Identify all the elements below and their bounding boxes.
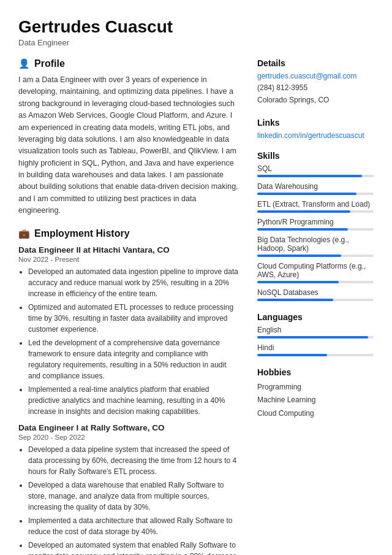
lang-label-hindi: Hindi — [257, 343, 374, 352]
skill-bar-fill-nosql — [257, 299, 333, 301]
profile-icon: 👤 — [18, 58, 30, 69]
hobby-cloud: Cloud Computing — [257, 407, 374, 421]
skill-cloud: Cloud Computing Platforms (e.g., AWS, Az… — [257, 262, 374, 283]
bullet: Implemented a data architecture that all… — [28, 515, 240, 537]
lang-bar-bg-english — [257, 336, 374, 339]
skill-etl: ETL (Extract, Transform and Load) — [257, 200, 374, 213]
job-entry-1: Data Engineer I at Rally Software, CO Se… — [18, 423, 240, 556]
bullet: Optimized and automated ETL processes to… — [28, 302, 240, 335]
skill-label-cloud: Cloud Computing Platforms (e.g., AWS, Az… — [257, 262, 374, 279]
skill-bar-bg-etl — [257, 210, 374, 213]
details-heading: Details — [257, 58, 374, 68]
skill-bar-fill-sql — [257, 175, 362, 177]
hobby-programming: Programming — [257, 381, 374, 394]
skill-bar-bg-python — [257, 228, 374, 231]
job-title-1: Data Engineer I at Rally Software, CO — [18, 423, 240, 432]
skill-bar-bg-bigdata — [257, 255, 374, 257]
skill-bar-fill-dw — [257, 193, 356, 195]
skill-bar-bg-nosql — [257, 299, 374, 301]
hobby-ml: Machine Learning — [257, 394, 374, 407]
skill-label-nosql: NoSQL Databases — [257, 288, 374, 297]
skill-bigdata: Big Data Technologies (e.g., Hadoop, Spa… — [257, 235, 374, 257]
bullet: Developed an automated system that enabl… — [28, 540, 240, 556]
skill-label-bigdata: Big Data Technologies (e.g., Hadoop, Spa… — [257, 235, 374, 253]
skill-label-sql: SQL — [257, 164, 374, 173]
lang-hindi: Hindi — [257, 343, 374, 356]
skills-heading: Skills — [257, 151, 374, 161]
linkedin-link[interactable]: linkedin.com/in/gertrudescuascut — [257, 131, 374, 140]
skill-python: Python/R Programming — [257, 218, 374, 231]
job-bullets-0: Developed an automated data ingestion pi… — [18, 266, 240, 417]
employment-icon: 💼 — [18, 228, 30, 239]
skill-bar-bg-cloud — [257, 281, 374, 283]
hobbies-list: Programming Machine Learning Cloud Compu… — [257, 381, 374, 421]
skill-bar-fill-etl — [257, 210, 350, 213]
email-link[interactable]: gertrudes.cuascut@gmail.com — [257, 72, 374, 80]
hobbies-heading: Hobbies — [257, 367, 374, 377]
bullet: Implemented a real-time analytics platfo… — [28, 384, 240, 417]
languages-heading: Languages — [257, 312, 374, 322]
profile-text: I am a Data Engineer with over 3 years o… — [18, 74, 240, 217]
skill-bar-bg-sql — [257, 175, 374, 177]
job-bullets-1: Developed a data pipeline system that in… — [18, 444, 240, 556]
skill-bar-fill-cloud — [257, 281, 339, 283]
left-column: 👤 Profile I am a Data Engineer with over… — [18, 58, 240, 555]
skill-bar-fill-bigdata — [257, 255, 341, 257]
job-date-1: Sep 2020 - Sep 2022 — [18, 434, 240, 441]
right-column: Details gertrudes.cuascut@gmail.com (284… — [257, 58, 374, 555]
languages-list: English Hindi — [257, 326, 374, 356]
skill-bar-fill-python — [257, 228, 348, 231]
full-name: Gertrudes Cuascut — [18, 17, 374, 37]
employment-section-label: Employment History — [34, 228, 130, 239]
skill-label-etl: ETL (Extract, Transform and Load) — [257, 200, 374, 209]
skill-bar-bg-dw — [257, 193, 374, 195]
location: Colorado Springs, CO — [257, 94, 374, 106]
skills-list: SQL Data Warehousing ETL (Extract, Trans… — [257, 164, 374, 301]
links-heading: Links — [257, 118, 374, 128]
bullet: Developed an automated data ingestion pi… — [28, 266, 240, 299]
job-entry-0: Data Engineer II at Hitachi Vantara, CO … — [18, 245, 240, 417]
skill-nosql: NoSQL Databases — [257, 288, 374, 301]
bullet: Developed a data warehouse that enabled … — [28, 480, 240, 513]
job-title: Data Engineer — [18, 38, 374, 47]
skill-sql: SQL — [257, 164, 374, 177]
bullet: Developed a data pipeline system that in… — [28, 444, 240, 477]
lang-bar-fill-hindi — [257, 354, 327, 356]
bullet: Led the development of a comprehensive d… — [28, 337, 240, 381]
lang-bar-bg-hindi — [257, 354, 374, 356]
skill-dw: Data Warehousing — [257, 182, 374, 195]
phone: (284) 812-3955 — [257, 82, 374, 94]
employment-section-heading: 💼 Employment History — [18, 228, 240, 239]
profile-section-label: Profile — [34, 58, 65, 69]
header: Gertrudes Cuascut Data Engineer — [18, 17, 374, 47]
job-date-0: Nov 2022 - Present — [18, 256, 240, 263]
lang-label-english: English — [257, 326, 374, 334]
lang-english: English — [257, 326, 374, 339]
skill-label-python: Python/R Programming — [257, 218, 374, 226]
job-title-0: Data Engineer II at Hitachi Vantara, CO — [18, 245, 240, 255]
skill-label-dw: Data Warehousing — [257, 182, 374, 191]
lang-bar-fill-english — [257, 336, 368, 339]
profile-section-heading: 👤 Profile — [18, 58, 240, 69]
